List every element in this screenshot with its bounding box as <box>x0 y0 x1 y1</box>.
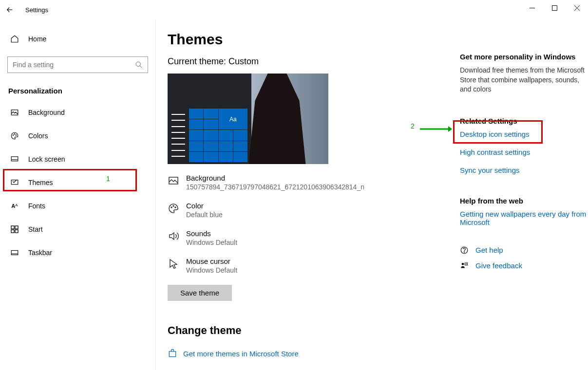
svg-point-7 <box>13 135 14 136</box>
setting-row-color[interactable]: Color Default blue <box>168 202 440 219</box>
svg-line-5 <box>140 66 142 68</box>
preview-wallpaper <box>246 74 309 164</box>
palette-icon <box>168 203 179 214</box>
store-link-label: Get more themes in Microsoft Store <box>183 350 299 358</box>
link-sync-your-settings[interactable]: Sync your settings <box>460 166 587 174</box>
back-button[interactable] <box>0 0 19 19</box>
svg-point-8 <box>14 134 15 135</box>
svg-point-20 <box>171 207 172 208</box>
sidebar-home-label: Home <box>28 35 46 43</box>
close-icon <box>574 5 580 11</box>
sidebar-item-label: Themes <box>28 179 53 186</box>
cursor-icon <box>168 258 179 270</box>
svg-rect-10 <box>11 157 18 161</box>
get-help-row[interactable]: Get help <box>460 246 587 255</box>
setting-value: 150757894_736719797048621_67212010639063… <box>186 183 364 191</box>
svg-point-21 <box>173 205 174 206</box>
sidebar-item-label: Lock screen <box>28 155 65 163</box>
sidebar-item-colors[interactable]: Colors <box>7 124 148 148</box>
setting-label: Sounds <box>186 229 237 238</box>
sidebar-item-label: Start <box>28 225 43 233</box>
svg-point-22 <box>175 207 176 208</box>
maximize-icon <box>552 5 557 11</box>
related-settings-heading: Related Settings <box>460 117 587 125</box>
svg-point-26 <box>462 263 464 265</box>
start-icon <box>10 225 19 233</box>
store-link[interactable]: Get more themes in Microsoft Store <box>168 349 440 358</box>
store-icon <box>168 349 177 358</box>
get-help-link: Get help <box>475 246 503 254</box>
sidebar-item-background[interactable]: Background <box>7 101 148 124</box>
sidebar-item-label: Fonts <box>28 202 45 210</box>
preview-tile-text: Aa <box>219 109 248 130</box>
app-title: Settings <box>25 6 48 14</box>
sidebar: Home Personalization Background Colors L… <box>0 19 156 370</box>
home-icon <box>10 35 19 43</box>
sidebar-item-label: Colors <box>28 132 48 140</box>
svg-rect-16 <box>15 230 18 233</box>
setting-label: Color <box>186 202 223 210</box>
window-controls <box>521 0 588 16</box>
svg-rect-23 <box>169 352 175 357</box>
feedback-icon <box>460 261 469 270</box>
themes-icon <box>10 178 19 187</box>
maximize-button[interactable] <box>543 0 566 16</box>
picture-icon <box>10 108 19 117</box>
minimize-button[interactable] <box>521 0 543 16</box>
fonts-icon: AA <box>10 203 19 209</box>
svg-rect-17 <box>11 251 18 255</box>
svg-rect-13 <box>11 226 14 229</box>
change-theme-heading: Change theme <box>168 324 440 337</box>
minimize-icon <box>530 5 535 11</box>
personality-heading: Get more personality in Windows <box>460 53 587 61</box>
speaker-icon <box>168 230 179 242</box>
svg-rect-15 <box>11 230 14 233</box>
search-box[interactable] <box>7 56 148 73</box>
palette-icon <box>10 131 19 140</box>
setting-value: Windows Default <box>186 239 237 246</box>
lock-screen-icon <box>10 155 19 164</box>
link-high-contrast-settings[interactable]: High contrast settings <box>460 148 587 156</box>
sidebar-item-label: Taskbar <box>28 249 52 257</box>
svg-rect-14 <box>15 226 18 229</box>
link-wallpapers-daily[interactable]: Getting new wallpapers every day from Mi… <box>460 210 587 226</box>
main-content: Themes Current theme: Custom Aa <box>156 19 588 370</box>
give-feedback-row[interactable]: Give feedback <box>460 261 587 270</box>
search-icon <box>135 61 143 69</box>
arrow-left-icon <box>5 5 14 14</box>
page-title: Themes <box>168 31 440 48</box>
svg-point-25 <box>464 252 464 252</box>
current-theme-label: Current theme: Custom <box>168 56 440 67</box>
svg-rect-1 <box>552 5 557 10</box>
setting-value: Windows Default <box>186 266 237 274</box>
theme-preview: Aa <box>168 74 328 164</box>
save-theme-button[interactable]: Save theme <box>168 285 232 301</box>
link-desktop-icon-settings[interactable]: Desktop icon settings <box>460 130 587 138</box>
taskbar-icon <box>10 248 19 257</box>
svg-point-9 <box>16 135 17 136</box>
setting-row-background[interactable]: Background 150757894_736719797048621_672… <box>168 174 440 191</box>
sidebar-item-label: Background <box>28 109 65 116</box>
setting-label: Mouse cursor <box>186 257 237 265</box>
personality-body: Download free themes from the Microsoft … <box>460 66 587 94</box>
sidebar-item-fonts[interactable]: AA Fonts <box>7 194 148 218</box>
picture-icon <box>168 175 179 186</box>
sidebar-section-heading: Personalization <box>7 87 148 95</box>
sidebar-item-themes[interactable]: Themes <box>7 171 148 194</box>
sidebar-item-start[interactable]: Start <box>7 218 148 241</box>
svg-point-4 <box>136 62 140 66</box>
preview-start-menu: Aa <box>170 104 250 162</box>
setting-value: Default blue <box>186 211 223 219</box>
help-web-heading: Help from the web <box>460 197 587 205</box>
sidebar-item-taskbar[interactable]: Taskbar <box>7 241 148 264</box>
titlebar: Settings <box>0 0 588 19</box>
setting-row-sounds[interactable]: Sounds Windows Default <box>168 229 440 246</box>
sidebar-home[interactable]: Home <box>7 27 148 51</box>
sidebar-item-lock-screen[interactable]: Lock screen <box>7 148 148 171</box>
setting-row-mouse[interactable]: Mouse cursor Windows Default <box>168 257 440 274</box>
close-button[interactable] <box>566 0 588 16</box>
give-feedback-link: Give feedback <box>475 261 522 270</box>
search-input[interactable] <box>13 61 135 69</box>
right-column: Get more personality in Windows Download… <box>460 31 587 370</box>
help-icon <box>460 246 469 255</box>
